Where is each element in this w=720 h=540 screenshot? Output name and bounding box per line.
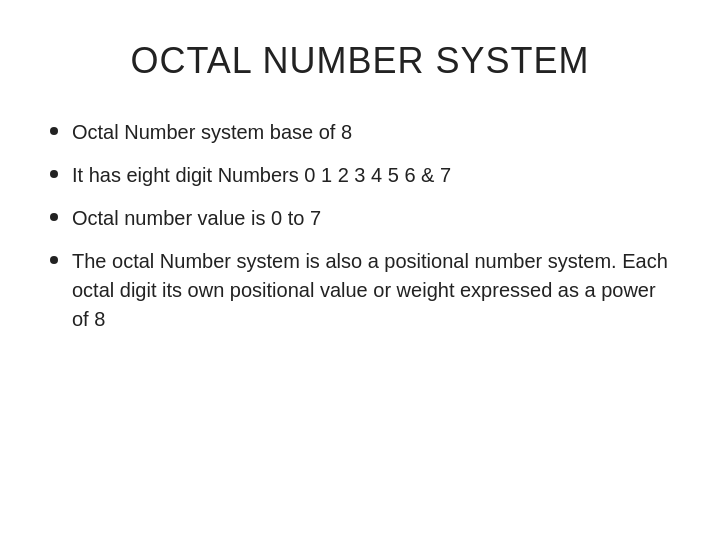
bullet-dot-icon: [50, 127, 58, 135]
bullet-dot-icon: [50, 170, 58, 178]
bullet-text: Octal number value is 0 to 7: [72, 204, 670, 233]
slide: OCTAL NUMBER SYSTEM Octal Number system …: [0, 0, 720, 540]
bullet-text: The octal Number system is also a positi…: [72, 247, 670, 334]
list-item: It has eight digit Numbers 0 1 2 3 4 5 6…: [50, 161, 670, 190]
bullet-text: It has eight digit Numbers 0 1 2 3 4 5 6…: [72, 161, 670, 190]
list-item: Octal Number system base of 8: [50, 118, 670, 147]
list-item: The octal Number system is also a positi…: [50, 247, 670, 334]
bullet-dot-icon: [50, 256, 58, 264]
slide-title: OCTAL NUMBER SYSTEM: [50, 40, 670, 82]
list-item: Octal number value is 0 to 7: [50, 204, 670, 233]
bullet-list: Octal Number system base of 8 It has eig…: [50, 118, 670, 334]
bullet-text: Octal Number system base of 8: [72, 118, 670, 147]
bullet-dot-icon: [50, 213, 58, 221]
